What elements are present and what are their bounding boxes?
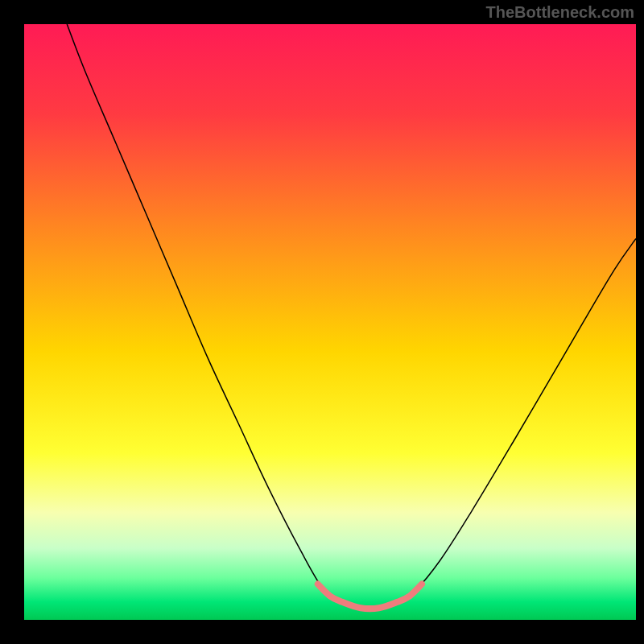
plot-background: [24, 24, 636, 620]
bottleneck-chart: [0, 0, 644, 644]
chart-container: TheBottleneck.com: [0, 0, 644, 644]
watermark-label: TheBottleneck.com: [486, 3, 634, 22]
